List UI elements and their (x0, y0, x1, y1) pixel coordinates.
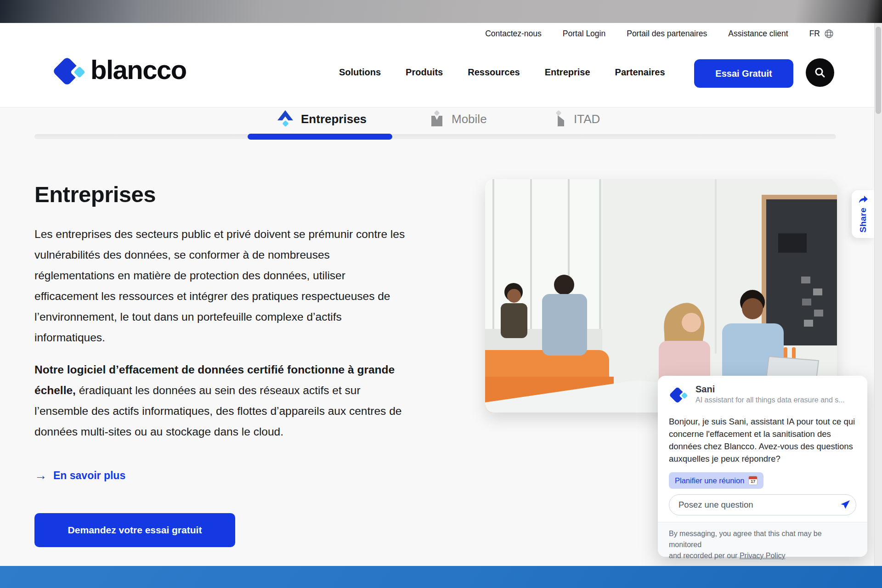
chat-widget: Sani AI assistant for all things data er… (658, 376, 867, 557)
scrollbar-track (874, 23, 882, 588)
page: Contactez-nous Portal Login Portail des … (0, 0, 882, 588)
itad-diamond-icon (552, 110, 568, 128)
request-trial-button[interactable]: Demandez votre essai gratuit (34, 513, 235, 547)
disclaimer-line1: By messaging, you agree that this chat m… (669, 530, 822, 548)
send-button[interactable] (837, 497, 854, 513)
search-icon (814, 67, 826, 79)
utility-nav: Contactez-nous Portal Login Portail des … (485, 29, 834, 39)
disclaimer-line2: and recorded per our (669, 552, 740, 560)
blancco-logo[interactable]: blancco (52, 52, 187, 90)
tab-entreprises-label: Entreprises (301, 112, 367, 126)
free-trial-button[interactable]: Essai Gratuit (694, 59, 793, 88)
header: Contactez-nous Portal Login Portail des … (0, 23, 882, 107)
sani-avatar-icon (669, 384, 688, 406)
learn-more-link[interactable]: → En savoir plus (34, 469, 125, 483)
brand-name: blancco (90, 57, 187, 86)
send-icon (840, 499, 851, 510)
nav-item-ressources[interactable]: Ressources (468, 67, 520, 78)
tab-mobile[interactable]: Mobile (428, 110, 487, 128)
schedule-meeting-label: Planifier une réunion (675, 476, 744, 485)
chat-assistant-subtitle: AI assistant for all things data erasure… (695, 396, 845, 404)
tab-progress-track (34, 134, 836, 139)
chat-message: Bonjour, je suis Sani, assistant IA pour… (669, 415, 862, 465)
chat-assistant-name: Sani (695, 384, 845, 395)
calendar-icon: 17 (748, 476, 758, 485)
tab-mobile-label: Mobile (452, 112, 487, 126)
enterprise-arrow-icon (276, 109, 295, 129)
bottom-blue-band (0, 566, 882, 588)
schedule-meeting-button[interactable]: Planifier une réunion 17 (669, 472, 763, 489)
share-tab[interactable]: Share (852, 190, 874, 238)
scrollbar-thumb[interactable] (876, 27, 881, 114)
software-paragraph: Notre logiciel d’effacement de données c… (34, 359, 409, 442)
utility-link-contact[interactable]: Contactez-nous (485, 29, 542, 39)
intro-paragraph: Les entreprises des secteurs public et p… (34, 224, 409, 348)
chat-question-input[interactable] (669, 494, 856, 515)
language-label: FR (809, 29, 820, 39)
search-button[interactable] (806, 58, 834, 87)
nav-item-solutions[interactable]: Solutions (339, 67, 381, 78)
nav-item-partenaires[interactable]: Partenaires (615, 67, 665, 78)
privacy-policy-link[interactable]: Privacy Policy (740, 552, 786, 560)
chat-input-wrapper (669, 494, 856, 515)
right-arrow-icon: → (34, 469, 47, 483)
software-paragraph-rest: éradiquant les données au sein des résea… (34, 384, 401, 438)
language-selector[interactable]: FR (809, 29, 834, 39)
blancco-logo-icon (52, 52, 86, 90)
learn-more-label: En savoir plus (53, 469, 125, 482)
main-nav: Solutions Produits Ressources Entreprise… (339, 67, 665, 78)
top-blurred-banner (0, 0, 882, 23)
utility-link-partner-portal[interactable]: Portail des partenaires (627, 29, 707, 39)
tab-entreprises[interactable]: Entreprises (276, 109, 367, 129)
chat-disclaimer: By messaging, you agree that this chat m… (658, 522, 867, 557)
chat-header: Sani AI assistant for all things data er… (669, 384, 845, 406)
share-label: Share (858, 208, 868, 232)
tab-itad-label: ITAD (574, 112, 600, 126)
share-arrow-icon (858, 195, 868, 204)
tab-itad[interactable]: ITAD (552, 110, 600, 128)
utility-link-support[interactable]: Assistance client (728, 29, 788, 39)
nav-item-produits[interactable]: Produits (406, 67, 443, 78)
utility-link-portal-login[interactable]: Portal Login (563, 29, 605, 39)
page-title: Entreprises (34, 181, 156, 207)
mobile-diamond-icon (428, 110, 446, 128)
tab-progress-indicator (248, 134, 392, 140)
nav-item-entreprise[interactable]: Entreprise (545, 67, 590, 78)
globe-icon (824, 29, 834, 39)
